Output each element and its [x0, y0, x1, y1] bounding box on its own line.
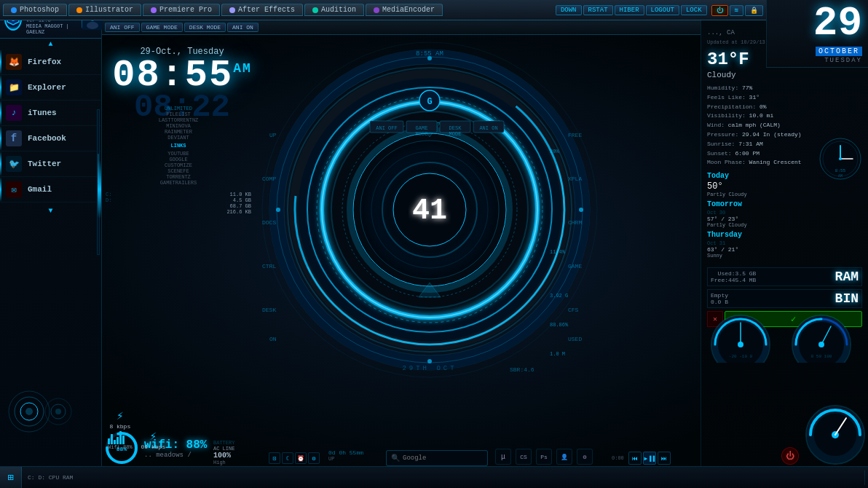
search-input[interactable]	[403, 454, 483, 462]
uptime-display: 0d 0h 55mm UP	[328, 449, 363, 462]
search-icon: 🔍	[391, 454, 400, 463]
battery-section: BATTERY AC LINE 100% High ⊡ ☾ ⏰ ⚙ 0d 0h …	[106, 444, 382, 466]
search-bar[interactable]: 🔍	[386, 450, 488, 466]
ram-values: Used:3.5 GB Free:445.4 MB	[711, 270, 756, 283]
svg-text:0 50 100: 0 50 100	[811, 354, 832, 359]
battery-icon-3[interactable]: ⏰	[295, 452, 307, 464]
weather-desc: Cloudy	[707, 71, 862, 79]
thursday-forecast: Oct 31 63° / 21° Sunny	[707, 240, 862, 259]
app-tab-mediaencoder[interactable]: MediaEncoder	[366, 4, 443, 16]
down-button[interactable]: DOWN	[556, 5, 582, 15]
svg-text:FREE: FREE	[568, 132, 582, 138]
sidebar-item-itunes[interactable]: ♪ iTunes	[0, 101, 101, 126]
svg-text:CHRM: CHRM	[568, 219, 582, 226]
arc-reactor-area: 41 29TH OCT 8:55 AM FREE XPLA CHRM GAME …	[255, 35, 619, 457]
game-mode-btn[interactable]: GAME MODE	[141, 23, 183, 32]
ram-display: Used:3.5 GB Free:445.4 MB RAM	[707, 267, 862, 286]
svg-text:CFS: CFS	[568, 307, 579, 313]
rstat-button[interactable]: RSTAT	[583, 5, 613, 15]
start-button[interactable]: ⊞	[0, 467, 22, 489]
svg-text:G: G	[427, 97, 432, 107]
sidebar-item-firefox[interactable]: 🦊 Firefox	[0, 50, 101, 75]
itunes-label: iTunes	[28, 109, 57, 117]
ram-label: RAM	[835, 269, 859, 284]
svg-text:GAME: GAME	[416, 125, 428, 131]
battery-icon-2[interactable]: ☾	[282, 452, 293, 464]
taskbar-icon-3[interactable]: Ps	[536, 449, 552, 465]
sidebar-item-explorer[interactable]: 📁 Explorer	[0, 75, 101, 101]
svg-text:MODE: MODE	[416, 131, 428, 137]
download-chart	[108, 430, 133, 444]
app-tab-illustrator[interactable]: Illustrator	[68, 4, 141, 16]
svg-text:88.86%: 88.86%	[550, 322, 569, 328]
svg-text:3.92 G: 3.92 G	[550, 293, 568, 299]
svg-text:MODE: MODE	[449, 131, 462, 137]
explorer-icon: 📁	[6, 79, 22, 95]
svg-text:DESK: DESK	[262, 307, 276, 313]
sidebar-item-twitter[interactable]: 🐦 Twitter	[0, 151, 101, 177]
nav-scroll-up[interactable]: ▲	[0, 39, 101, 50]
svg-text:UP: UP	[269, 132, 277, 138]
app-tab-photoshop[interactable]: Photoshop	[3, 4, 67, 16]
ani-off-btn[interactable]: ANI OFF	[105, 23, 140, 32]
svg-text:GAME: GAME	[568, 263, 582, 269]
power-icon[interactable]: ⏻	[711, 5, 728, 16]
svg-text:XPLA: XPLA	[568, 176, 582, 182]
firefox-label: Firefox	[28, 58, 61, 66]
svg-text:ON: ON	[269, 336, 277, 342]
svg-point-78	[839, 157, 842, 160]
svg-text:DOCS: DOCS	[262, 219, 276, 226]
wifi-icon-btn[interactable]: ≋	[730, 5, 743, 16]
power-button[interactable]: ⏻	[781, 447, 799, 465]
twitter-label: Twitter	[28, 160, 61, 168]
svg-text:29TH OCT: 29TH OCT	[402, 365, 457, 372]
battery-icon-1[interactable]: ⊡	[269, 452, 280, 464]
battery-icon-4[interactable]: ⚙	[308, 452, 320, 464]
gmail-icon: ✉	[6, 181, 22, 197]
sidebar-item-facebook[interactable]: f Facebook	[0, 126, 101, 151]
explorer-label: Explorer	[28, 83, 66, 92]
battery-icons: ⊡ ☾ ⏰ ⚙	[269, 452, 320, 464]
logout-button[interactable]: LOGOUT	[646, 5, 679, 15]
desk-mode-btn[interactable]: DESK MODE	[184, 23, 226, 32]
svg-point-8	[25, 408, 33, 415]
left-gauge: -20 -10 0	[704, 308, 777, 363]
decorative-circles	[7, 368, 95, 437]
ani-on-btn[interactable]: ANI ON	[227, 23, 259, 32]
alien-logo-right: ⚡	[141, 429, 166, 444]
svg-text:ANI OFF: ANI OFF	[376, 125, 397, 131]
ram-bin-section: Used:3.5 GB Free:445.4 MB RAM Empty 0.0 …	[707, 267, 862, 308]
taskbar-icon-5[interactable]: ⚙	[577, 449, 593, 465]
facebook-label: Facebook	[28, 134, 66, 143]
media-next[interactable]: ⏭	[658, 452, 671, 465]
svg-text:8:55: 8:55	[835, 168, 846, 173]
lock-button[interactable]: LOCK	[681, 5, 707, 15]
hiber-button[interactable]: HIBER	[615, 5, 644, 15]
taskbar-icon-4[interactable]: 👤	[556, 449, 572, 465]
app-tab-aftereffects[interactable]: After Effects	[221, 4, 303, 16]
analog-clock: 8:55 AM	[818, 137, 862, 181]
nav-scroll-down[interactable]: ▼	[0, 205, 101, 216]
app-tabs: Photoshop Illustrator Premiere Pro After…	[0, 4, 443, 16]
right-speed-gauge	[802, 402, 868, 468]
firefox-icon: 🦊	[6, 54, 22, 70]
weather-panel: 8:55 AM ..., CA Updated at 10/29/13 8:25…	[701, 20, 868, 466]
media-prev[interactable]: ⏮	[628, 452, 642, 465]
bottom-taskbar: ⊞ C: D: CPU RAM	[0, 466, 868, 488]
taskbar-right	[864, 471, 868, 485]
svg-text:USED: USED	[568, 336, 582, 342]
system-controls: DOWN RSTAT HIBER LOGOUT LOCK ⏻ ≋ 🔒	[553, 0, 766, 20]
left-sidebar: S S.H.I.E.L.D OS Ver 12.0 MEDIA MAGG0T |…	[0, 0, 102, 466]
taskbar-icon-2[interactable]: CS	[516, 449, 532, 465]
sidebar-item-gmail[interactable]: ✉ Gmail	[0, 177, 101, 202]
svg-point-40	[427, 56, 432, 60]
media-play[interactable]: ▶▐▐	[643, 452, 656, 465]
weekday-label: TUESDAY	[813, 57, 862, 64]
lock-icon-btn[interactable]: 🔒	[745, 5, 763, 16]
taskbar-icon-1[interactable]: μ	[495, 449, 511, 465]
svg-text:11.4%: 11.4%	[550, 249, 566, 255]
today-forecast: 50° Partly Cloudy	[707, 181, 862, 197]
app-tab-audition[interactable]: Audition	[304, 4, 364, 16]
svg-text:SBR:4.6: SBR:4.6	[510, 366, 534, 373]
app-tab-premiere[interactable]: Premiere Pro	[143, 4, 220, 16]
